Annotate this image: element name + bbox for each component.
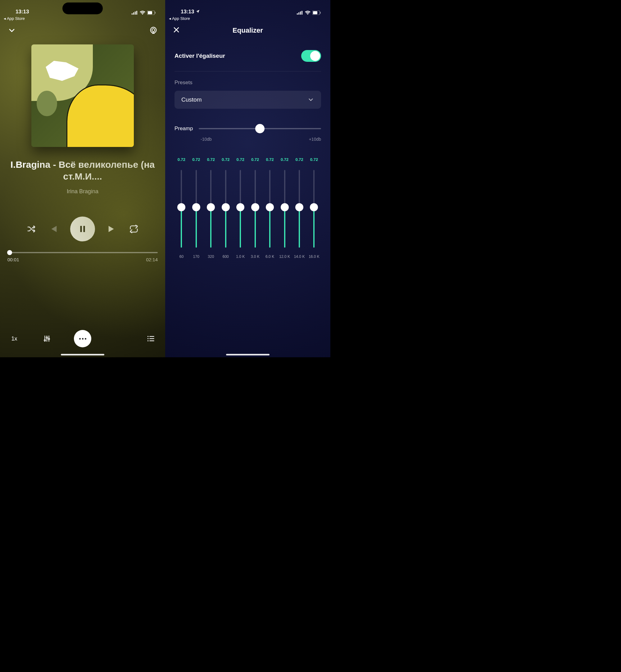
bottom-toolbar: 1x bbox=[0, 326, 165, 351]
seek-thumb[interactable] bbox=[7, 250, 12, 255]
eq-enable-row: Activer l'égaliseur bbox=[174, 50, 321, 72]
svg-rect-20 bbox=[301, 11, 302, 14]
band-value-8: 0.72 bbox=[292, 157, 306, 162]
preamp-row: Preamp bbox=[174, 125, 321, 132]
band-thumb[interactable] bbox=[177, 203, 185, 211]
player-nav bbox=[0, 23, 165, 38]
svg-rect-17 bbox=[297, 13, 298, 14]
pause-button[interactable] bbox=[70, 216, 95, 241]
eq-enable-label: Activer l'égaliseur bbox=[174, 52, 225, 60]
skip-previous-icon bbox=[48, 224, 58, 234]
skip-next-icon bbox=[107, 224, 117, 234]
spacer bbox=[113, 333, 124, 344]
band-value-9: 0.72 bbox=[307, 157, 321, 162]
preamp-thumb[interactable] bbox=[255, 124, 264, 133]
band-value-7: 0.72 bbox=[278, 157, 292, 162]
band-thumb[interactable] bbox=[251, 203, 259, 211]
band-thumb[interactable] bbox=[222, 203, 230, 211]
signal-icon bbox=[297, 11, 303, 14]
eq-enable-toggle[interactable] bbox=[301, 50, 321, 62]
band-freq-4: 1.0 K bbox=[234, 254, 247, 259]
prev-button[interactable] bbox=[48, 224, 58, 234]
player-screen: 13:13 ◂ App Store I.Bragina - Всё велико… bbox=[0, 0, 165, 357]
band-freq-3: 600 bbox=[218, 254, 233, 259]
band-slider-5[interactable] bbox=[248, 170, 262, 248]
band-value-1: 0.72 bbox=[189, 157, 203, 162]
band-slider-9[interactable] bbox=[307, 170, 321, 248]
album-art bbox=[31, 44, 134, 147]
equalizer-button[interactable] bbox=[41, 333, 52, 344]
band-freq-2: 320 bbox=[204, 254, 218, 259]
home-indicator[interactable] bbox=[226, 354, 270, 355]
band-slider-0[interactable] bbox=[174, 170, 189, 248]
band-thumb[interactable] bbox=[236, 203, 244, 211]
breadcrumb-back[interactable]: ◂ App Store bbox=[165, 15, 330, 21]
band-slider-8[interactable] bbox=[292, 170, 306, 248]
band-thumb[interactable] bbox=[281, 203, 289, 211]
preamp-label: Preamp bbox=[174, 125, 193, 132]
band-value-3: 0.72 bbox=[218, 157, 233, 162]
close-button[interactable] bbox=[173, 26, 180, 35]
svg-rect-18 bbox=[298, 12, 299, 14]
band-value-2: 0.72 bbox=[204, 157, 218, 162]
band-thumb[interactable] bbox=[192, 203, 200, 211]
band-slider-3[interactable] bbox=[218, 170, 233, 248]
band-thumb[interactable] bbox=[207, 203, 215, 211]
wifi-icon bbox=[305, 10, 310, 15]
band-slider-6[interactable] bbox=[263, 170, 277, 248]
svg-rect-6 bbox=[155, 12, 156, 14]
collapse-button[interactable] bbox=[7, 26, 16, 35]
preamp-max: +10db bbox=[309, 137, 321, 142]
band-freq-8: 14.0 K bbox=[292, 254, 306, 259]
band-sliders bbox=[174, 170, 321, 248]
preset-select[interactable]: Custom bbox=[174, 91, 321, 109]
home-indicator[interactable] bbox=[61, 354, 104, 355]
preamp-min: -10db bbox=[201, 137, 212, 142]
breadcrumb-back[interactable]: ◂ App Store bbox=[0, 15, 165, 21]
airplay-icon bbox=[149, 26, 158, 35]
status-time: 13:13 bbox=[15, 9, 29, 15]
signal-icon bbox=[132, 11, 138, 14]
band-slider-1[interactable] bbox=[189, 170, 203, 248]
wifi-icon bbox=[140, 10, 145, 15]
preamp-range: -10db +10db bbox=[174, 137, 321, 142]
svg-point-13 bbox=[148, 338, 149, 339]
band-value-4: 0.72 bbox=[234, 157, 247, 162]
preamp-slider[interactable] bbox=[199, 128, 321, 129]
sliders-icon bbox=[43, 334, 51, 343]
more-button[interactable] bbox=[74, 330, 91, 347]
band-slider-4[interactable] bbox=[234, 170, 247, 248]
status-bar: 13:13 bbox=[0, 0, 165, 15]
seek-bar[interactable]: 00:01 02:14 bbox=[7, 252, 158, 262]
band-slider-7[interactable] bbox=[278, 170, 292, 248]
next-button[interactable] bbox=[107, 224, 117, 234]
band-thumb[interactable] bbox=[266, 203, 274, 211]
chevron-down-icon bbox=[307, 96, 314, 103]
speed-button[interactable]: 1x bbox=[9, 333, 20, 344]
band-values: 0.720.720.720.720.720.720.720.720.720.72 bbox=[174, 157, 321, 162]
svg-rect-23 bbox=[320, 12, 321, 14]
svg-rect-0 bbox=[132, 13, 133, 14]
repeat-icon bbox=[129, 224, 138, 234]
shuffle-button[interactable] bbox=[27, 224, 36, 234]
shuffle-icon bbox=[27, 224, 36, 234]
svg-rect-22 bbox=[313, 11, 317, 14]
svg-rect-14 bbox=[149, 338, 154, 339]
queue-icon bbox=[147, 334, 155, 343]
close-icon bbox=[173, 26, 180, 34]
band-thumb[interactable] bbox=[295, 203, 303, 211]
band-freq-1: 170 bbox=[189, 254, 203, 259]
time-elapsed: 00:01 bbox=[7, 257, 19, 262]
airplay-button[interactable] bbox=[149, 26, 158, 35]
svg-point-11 bbox=[148, 336, 149, 337]
track-artist[interactable]: Irina Bragina bbox=[0, 188, 165, 195]
queue-button[interactable] bbox=[145, 333, 157, 344]
band-thumb[interactable] bbox=[310, 203, 318, 211]
page-title: Equalizer bbox=[233, 27, 263, 35]
notch bbox=[63, 2, 103, 14]
band-slider-2[interactable] bbox=[204, 170, 218, 248]
preset-value: Custom bbox=[181, 96, 202, 103]
svg-rect-1 bbox=[133, 12, 134, 14]
presets-label: Presets bbox=[174, 80, 321, 86]
repeat-button[interactable] bbox=[129, 224, 138, 234]
